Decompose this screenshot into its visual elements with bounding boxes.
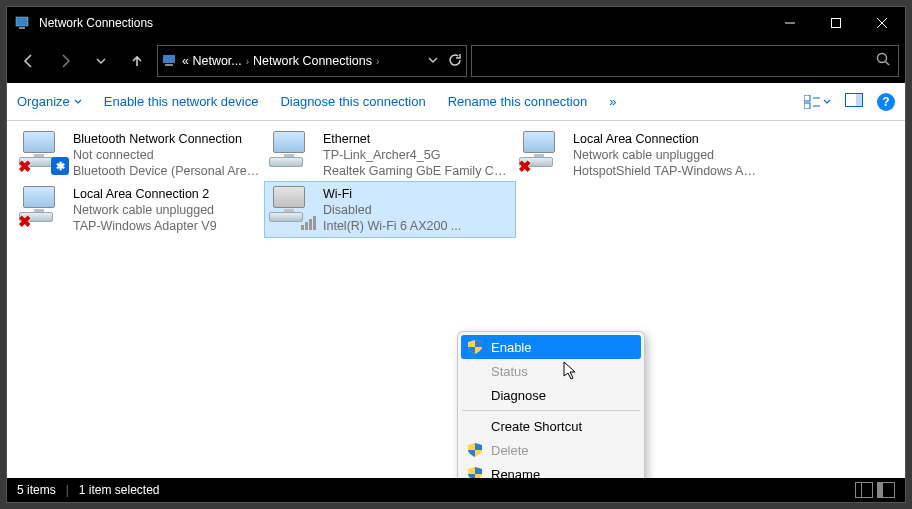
adapter-icon bbox=[269, 186, 317, 228]
adapter-ethernet[interactable]: Ethernet TP-Link_Archer4_5G Realtek Gami… bbox=[265, 127, 515, 182]
adapter-name: Local Area Connection bbox=[573, 131, 761, 147]
address-bar[interactable]: « Networ...› Network Connections› bbox=[157, 45, 467, 77]
organize-menu[interactable]: Organize bbox=[17, 94, 82, 109]
svg-point-8 bbox=[878, 54, 887, 63]
svg-rect-15 bbox=[856, 94, 862, 106]
details-view-button[interactable] bbox=[855, 482, 873, 498]
adapter-name: Bluetooth Network Connection bbox=[73, 131, 261, 147]
help-button[interactable]: ? bbox=[877, 93, 895, 111]
command-bar: Organize Enable this network device Diag… bbox=[7, 83, 905, 121]
context-menu: Enable Status Diagnose Create Shortcut D… bbox=[457, 331, 645, 478]
uac-shield-icon bbox=[468, 340, 482, 354]
ctx-rename[interactable]: Rename bbox=[461, 462, 641, 478]
adapter-bluetooth[interactable]: ✖ ✱ Bluetooth Network Connection Not con… bbox=[15, 127, 265, 182]
adapter-icon: ✖ ✱ bbox=[19, 131, 67, 173]
adapter-name: Local Area Connection 2 bbox=[73, 186, 217, 202]
adapter-wifi[interactable]: Wi-Fi Disabled Intel(R) Wi-Fi 6 AX200 ..… bbox=[265, 182, 515, 237]
adapter-lac[interactable]: ✖ Local Area Connection Network cable un… bbox=[515, 127, 765, 182]
adapter-device: Bluetooth Device (Personal Area ... bbox=[73, 163, 261, 178]
adapter-device: HotspotShield TAP-Windows Ada... bbox=[573, 163, 761, 178]
view-options-button[interactable] bbox=[804, 95, 831, 109]
window-title: Network Connections bbox=[39, 16, 153, 30]
enable-device-button[interactable]: Enable this network device bbox=[104, 94, 259, 109]
separator bbox=[462, 410, 640, 411]
selection-count: 1 item selected bbox=[79, 483, 160, 497]
maximize-button[interactable] bbox=[813, 7, 859, 39]
recent-dropdown-icon[interactable] bbox=[85, 45, 117, 77]
svg-rect-7 bbox=[165, 64, 173, 66]
svg-rect-0 bbox=[16, 17, 28, 26]
app-icon bbox=[15, 15, 31, 31]
unplugged-x-icon: ✖ bbox=[15, 212, 33, 230]
adapter-lac2[interactable]: ✖ Local Area Connection 2 Network cable … bbox=[15, 182, 265, 237]
bluetooth-overlay-icon: ✱ bbox=[51, 157, 69, 175]
ctx-create-shortcut[interactable]: Create Shortcut bbox=[461, 414, 641, 438]
adapter-status: Not connected bbox=[73, 147, 261, 163]
ctx-enable[interactable]: Enable bbox=[461, 335, 641, 359]
explorer-window: Network Connections « Networ...› Network… bbox=[6, 6, 906, 503]
adapter-status: Disabled bbox=[323, 202, 461, 218]
status-bar: 5 items | 1 item selected bbox=[7, 478, 905, 502]
svg-line-9 bbox=[886, 62, 890, 66]
disabled-x-icon: ✖ bbox=[15, 157, 33, 175]
large-icons-view-button[interactable] bbox=[877, 482, 895, 498]
svg-rect-10 bbox=[804, 95, 810, 101]
close-button[interactable] bbox=[859, 7, 905, 39]
adapter-icon bbox=[269, 131, 317, 173]
adapter-icon: ✖ bbox=[519, 131, 567, 173]
adapter-name: Ethernet bbox=[323, 131, 511, 147]
unplugged-x-icon: ✖ bbox=[515, 157, 533, 175]
preview-pane-button[interactable] bbox=[845, 93, 863, 110]
uac-shield-icon bbox=[468, 443, 482, 457]
rename-button[interactable]: Rename this connection bbox=[448, 94, 587, 109]
uac-shield-icon bbox=[468, 467, 482, 478]
svg-rect-3 bbox=[832, 19, 841, 28]
overflow-button[interactable]: » bbox=[609, 94, 616, 109]
adapter-device: TAP-Windows Adapter V9 bbox=[73, 218, 217, 233]
ctx-delete: Delete bbox=[461, 438, 641, 462]
adapter-status: TP-Link_Archer4_5G bbox=[323, 147, 511, 163]
content-area[interactable]: ✖ ✱ Bluetooth Network Connection Not con… bbox=[7, 121, 905, 478]
refresh-button[interactable] bbox=[448, 53, 462, 70]
adapter-status: Network cable unplugged bbox=[573, 147, 761, 163]
breadcrumb-current[interactable]: Network Connections› bbox=[253, 54, 379, 68]
adapter-device: Intel(R) Wi-Fi 6 AX200 ... bbox=[323, 218, 461, 233]
address-dropdown-icon[interactable] bbox=[428, 54, 438, 68]
adapter-status: Network cable unplugged bbox=[73, 202, 217, 218]
minimize-button[interactable] bbox=[767, 7, 813, 39]
wifi-bars-icon bbox=[301, 212, 319, 230]
adapter-icon: ✖ bbox=[19, 186, 67, 228]
breadcrumb-parent[interactable]: « Networ...› bbox=[182, 54, 249, 68]
adapter-name: Wi-Fi bbox=[323, 186, 461, 202]
ctx-diagnose[interactable]: Diagnose bbox=[461, 383, 641, 407]
ctx-status: Status bbox=[461, 359, 641, 383]
diagnose-button[interactable]: Diagnose this connection bbox=[280, 94, 425, 109]
navigation-bar: « Networ...› Network Connections› bbox=[7, 39, 905, 83]
svg-rect-1 bbox=[19, 27, 25, 29]
search-icon bbox=[876, 52, 890, 70]
forward-button[interactable] bbox=[49, 45, 81, 77]
up-button[interactable] bbox=[121, 45, 153, 77]
svg-rect-11 bbox=[804, 103, 810, 109]
svg-rect-6 bbox=[163, 55, 175, 63]
location-icon bbox=[162, 52, 178, 71]
adapter-device: Realtek Gaming GbE Family Contr... bbox=[323, 163, 511, 178]
search-box[interactable] bbox=[471, 45, 899, 77]
titlebar: Network Connections bbox=[7, 7, 905, 39]
back-button[interactable] bbox=[13, 45, 45, 77]
item-count: 5 items bbox=[17, 483, 56, 497]
